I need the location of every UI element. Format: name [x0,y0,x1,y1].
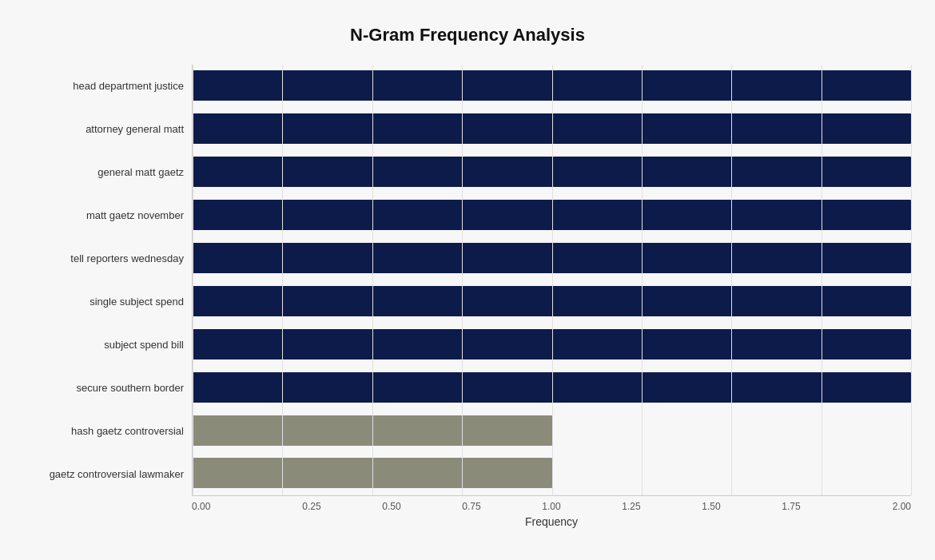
y-label: attorney general matt [24,109,184,150]
y-label: general matt gaetz [24,152,184,193]
x-tick: 2.00 [831,501,911,512]
plot-area [192,65,911,496]
y-label: matt gaetz november [24,195,184,236]
y-label: head department justice [24,66,184,107]
y-axis: head department justiceattorney general … [24,65,192,496]
bar [193,70,911,101]
bar-row [193,324,911,365]
bar-row [193,367,911,408]
bar [193,372,911,403]
grid-line [911,65,912,495]
bar-row [193,237,911,279]
x-tick: 0.00 [192,501,272,512]
bar [193,243,911,273]
x-axis-label: Frequency [192,515,911,528]
bar [193,415,552,446]
chart-container: N-Gram Frequency Analysis head departmen… [8,9,927,552]
x-tick: 1.00 [511,501,591,512]
bar [193,329,911,359]
x-tick: 1.50 [671,501,751,512]
bar-row [193,65,911,106]
y-label: subject spend bill [24,324,184,366]
bar-row [193,194,911,236]
x-tick: 1.25 [591,501,671,512]
bar [193,113,911,144]
y-label: secure southern border [24,367,184,409]
chart-area: head department justiceattorney general … [24,65,911,496]
bar-row [193,108,911,149]
x-tick: 0.25 [272,501,352,512]
y-label: gaetz controversial lawmaker [24,454,184,495]
x-tick: 0.75 [432,501,511,512]
y-label: single subject spend [24,281,184,323]
y-label: tell reporters wednesday [24,238,184,280]
bars-wrapper [192,65,911,496]
x-axis-wrapper: 0.000.250.500.751.001.251.501.752.00 Fre… [192,496,911,528]
bar-row [193,151,911,193]
bar-row [193,410,911,451]
bar [193,458,552,488]
chart-title: N-Gram Frequency Analysis [24,25,911,46]
bar [193,157,911,187]
y-label: hash gaetz controversial [24,411,184,452]
bar-row [193,452,911,494]
bar [193,286,911,316]
bar-row [193,280,911,322]
x-tick: 0.50 [352,501,432,512]
x-tick: 1.75 [751,501,831,512]
bar [193,200,911,230]
x-axis-ticks: 0.000.250.500.751.001.251.501.752.00 [192,496,911,512]
